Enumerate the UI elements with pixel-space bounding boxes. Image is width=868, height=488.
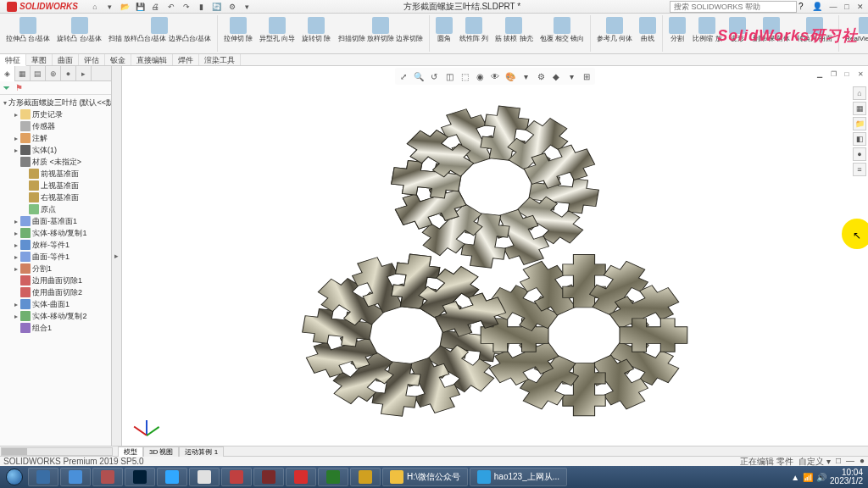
cmd-tab[interactable]: 渲染工具 bbox=[199, 54, 241, 65]
ribbon-button[interactable]: 包覆 相交 镜向 bbox=[537, 15, 587, 44]
appearances-icon[interactable]: ● bbox=[853, 147, 866, 161]
file-explorer-icon[interactable]: 📁 bbox=[853, 117, 866, 130]
tree-node[interactable]: ▸放样-等件1 bbox=[0, 239, 111, 251]
tree-node[interactable]: ▸曲面-等件1 bbox=[0, 251, 111, 263]
custom-props-icon[interactable]: ≡ bbox=[853, 163, 866, 176]
start-button[interactable] bbox=[2, 467, 27, 487]
ribbon-button[interactable]: 筋 拔模 抽壳 bbox=[492, 15, 535, 44]
tree-node[interactable]: 组合1 bbox=[0, 322, 111, 334]
options-icon[interactable]: ⚙ bbox=[225, 1, 239, 13]
feature-tree[interactable]: ▾方形截面螺旋三叶结 (默认<<默认>_显▸历史记录传感器▸注解▸实体(1)材质… bbox=[0, 95, 111, 446]
tree-node[interactable]: ▸实体-移动/复制1 bbox=[0, 227, 111, 239]
tree-node[interactable]: 右视基准面 bbox=[0, 191, 111, 203]
rebuild-icon[interactable]: 🔄 bbox=[210, 1, 224, 13]
tree-node[interactable]: ▸实体(1) bbox=[0, 144, 111, 156]
tree-node[interactable]: 传感器 bbox=[0, 120, 111, 132]
cmd-tab[interactable]: 直接编辑 bbox=[131, 54, 173, 65]
graphics-viewport[interactable]: ⤢ 🔍 ↺ ◫ ⬚ ◉ 👁 🎨 ▾ ⚙ ◆ ▾ ⊞ ▁ ❐ □ ✕ ⌂ ▦ 📁 … bbox=[122, 66, 868, 446]
status-item[interactable]: — bbox=[846, 456, 854, 468]
cmd-tab[interactable]: 草图 bbox=[26, 54, 53, 65]
panel-tab[interactable]: ⊕ bbox=[46, 66, 61, 81]
status-item[interactable]: □ bbox=[836, 456, 841, 468]
taskbar-app[interactable] bbox=[318, 468, 348, 486]
mdi-close-button[interactable]: ✕ bbox=[854, 68, 866, 80]
ribbon-button[interactable]: 曲线 bbox=[637, 15, 659, 44]
mdi-restore-button[interactable]: ❐ bbox=[827, 68, 839, 80]
tree-node[interactable]: ▸历史记录 bbox=[0, 108, 111, 120]
redo-icon[interactable]: ↷ bbox=[180, 1, 193, 13]
panel-tab[interactable]: ▦ bbox=[15, 66, 31, 81]
open-icon[interactable]: 📂 bbox=[119, 1, 132, 13]
tray-flag-icon[interactable]: ▲ bbox=[791, 473, 799, 482]
panel-tab[interactable]: ▤ bbox=[31, 66, 46, 81]
taskbar-window[interactable]: H:\微信公众号 bbox=[382, 468, 468, 486]
tree-node[interactable]: 前视基准面 bbox=[0, 168, 111, 180]
new-icon[interactable]: ▾ bbox=[103, 1, 117, 13]
system-tray[interactable]: ▲ 📶 🔊 10:04 2023/1/2 bbox=[791, 469, 866, 485]
taskbar-app[interactable] bbox=[350, 468, 381, 486]
ribbon-button[interactable]: 拉伸切 除 bbox=[221, 15, 255, 44]
ribbon-button[interactable]: 扫描切除 放样切除 边界切除 bbox=[336, 15, 426, 44]
taskbar-app[interactable] bbox=[92, 468, 123, 486]
save-icon[interactable]: 💾 bbox=[134, 1, 147, 13]
ribbon-button[interactable]: 圆角 bbox=[433, 15, 455, 44]
dropdown-icon[interactable]: ▾ bbox=[241, 1, 254, 13]
close-button[interactable]: ✕ bbox=[854, 1, 866, 13]
sw-resources-icon[interactable]: ⌂ bbox=[853, 86, 866, 100]
ribbon-button[interactable]: 扫描 放样凸台/基体 边界凸台/基体 bbox=[106, 15, 214, 44]
tree-node[interactable]: 使用曲面切除2 bbox=[0, 286, 111, 298]
help-icon[interactable]: ? bbox=[798, 2, 810, 11]
mdi-min-button[interactable]: ▁ bbox=[814, 68, 826, 80]
maximize-button[interactable]: □ bbox=[841, 1, 853, 13]
ribbon-button[interactable]: 分割 bbox=[666, 15, 688, 44]
tray-net-icon[interactable]: 📶 bbox=[803, 473, 813, 482]
tree-root[interactable]: ▾方形截面螺旋三叶结 (默认<<默认>_显 bbox=[0, 97, 111, 108]
taskbar-app[interactable] bbox=[157, 468, 187, 486]
mdi-max-button[interactable]: □ bbox=[841, 68, 853, 80]
taskbar-app[interactable] bbox=[28, 468, 58, 486]
cmd-tab[interactable]: 焊件 bbox=[173, 54, 199, 65]
ribbon-button[interactable]: 旋转切 除 bbox=[299, 15, 333, 44]
status-item[interactable]: ● bbox=[860, 456, 865, 468]
tree-node[interactable]: 材质 <未指定> bbox=[0, 156, 111, 168]
view-triad[interactable] bbox=[129, 405, 163, 439]
taskbar-app[interactable] bbox=[253, 468, 284, 486]
motion-tab[interactable]: 模型 bbox=[118, 446, 143, 457]
ribbon-button[interactable]: 参考几 何体 bbox=[594, 15, 635, 44]
motion-tab[interactable]: 运动算例 1 bbox=[179, 446, 224, 457]
view-palette-icon[interactable]: ◧ bbox=[853, 132, 866, 146]
status-item[interactable]: 自定义 ▾ bbox=[798, 456, 831, 468]
taskbar-clock[interactable]: 10:04 2023/1/2 bbox=[830, 469, 863, 485]
tree-node[interactable]: ▸实体-移动/复制2 bbox=[0, 310, 111, 322]
panel-overflow[interactable]: ▸ bbox=[76, 66, 92, 81]
cmd-tab[interactable]: 特征 bbox=[0, 54, 26, 66]
tree-node[interactable]: ▸实体-曲面1 bbox=[0, 298, 111, 310]
flag-icon[interactable]: ⚑ bbox=[14, 83, 24, 93]
print-icon[interactable]: 🖨 bbox=[149, 1, 163, 13]
panel-tab[interactable]: ● bbox=[61, 66, 76, 81]
taskbar-app[interactable] bbox=[60, 468, 91, 486]
panel-flyout-handle[interactable]: ▸ bbox=[112, 66, 122, 446]
status-item[interactable]: 正在编辑 零件 bbox=[740, 456, 793, 468]
taskbar-app[interactable] bbox=[286, 468, 316, 486]
tree-node[interactable]: ▸注解 bbox=[0, 132, 111, 144]
tree-node[interactable]: 上视基准面 bbox=[0, 180, 111, 191]
cmd-tab[interactable]: 曲面 bbox=[53, 54, 79, 65]
design-lib-icon[interactable]: ▦ bbox=[853, 102, 866, 115]
tree-node[interactable]: 原点 bbox=[0, 203, 111, 215]
undo-icon[interactable]: ↶ bbox=[164, 1, 178, 13]
ribbon-button[interactable]: 拉伸凸 台/基体 bbox=[3, 15, 53, 44]
panel-tab[interactable]: ◈ bbox=[0, 66, 15, 81]
ribbon-button[interactable]: 线性阵 列 bbox=[457, 15, 491, 44]
taskbar-app[interactable] bbox=[125, 468, 155, 486]
tree-node[interactable]: ▸曲面-基准面1 bbox=[0, 215, 111, 227]
taskbar-app[interactable] bbox=[221, 468, 252, 486]
cmd-tab[interactable]: 钣金 bbox=[105, 54, 131, 65]
home-icon[interactable]: ⌂ bbox=[88, 1, 102, 13]
select-icon[interactable]: ▮ bbox=[195, 1, 209, 13]
cmd-tab[interactable]: 评估 bbox=[79, 54, 105, 65]
h-scrollbar[interactable] bbox=[1, 447, 113, 456]
tree-node[interactable]: ▸分割1 bbox=[0, 263, 111, 274]
taskbar-window[interactable]: hao123_上网从... bbox=[470, 468, 567, 486]
tray-vol-icon[interactable]: 🔊 bbox=[816, 473, 826, 482]
